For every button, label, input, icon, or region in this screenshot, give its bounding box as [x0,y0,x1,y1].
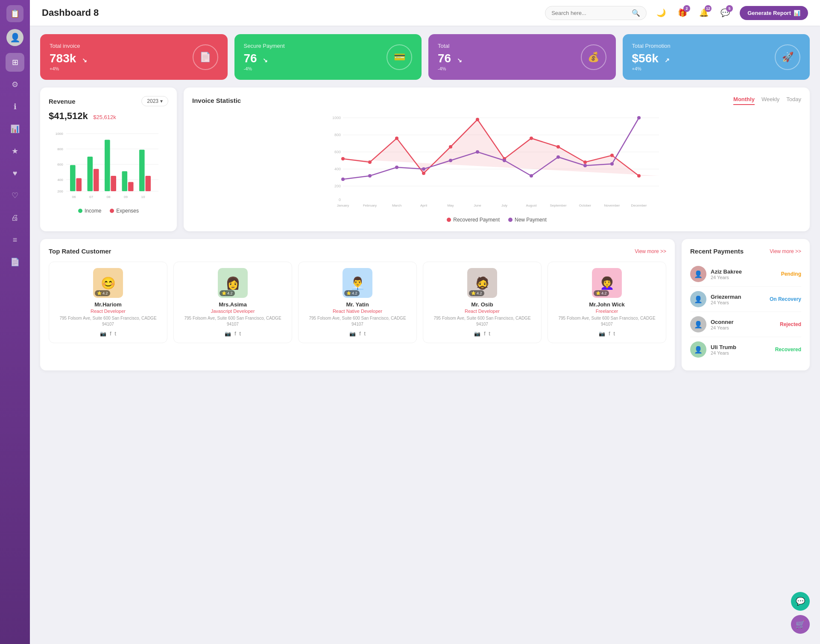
svg-text:600: 600 [334,150,341,154]
customer-address-1: 795 Folsom Ave, Suite 600 San Francisco,… [178,315,287,327]
tab-monthly[interactable]: Monthly [733,96,755,105]
sidebar-item-print[interactable]: 🖨 [6,208,24,227]
revenue-legend: Income Expenses [49,208,168,214]
payment-avatar-0: 👤 [690,266,706,282]
promo-change: +4% [632,66,671,71]
revenue-title: Revenue [49,98,76,105]
twitter-icon-4[interactable]: t [614,331,615,337]
svg-text:December: December [631,204,647,207]
stat-card-promotion: Total Promotion $56k ↗ +4% 🚀 [623,34,810,80]
svg-text:400: 400 [334,167,341,171]
promo-label: Total Promotion [632,43,671,49]
instagram-icon-3[interactable]: 📷 [474,331,480,337]
sidebar-item-heart[interactable]: ♥ [6,164,24,183]
invoice-change: +4% [50,66,87,71]
sidebar-item-info[interactable]: ℹ [6,97,24,116]
total-label: Total [438,43,462,49]
promo-trend-icon: ↗ [665,57,670,64]
instagram-icon-1[interactable]: 📷 [225,331,231,337]
main-content: Dashboard 8 🔍 🌙 🎁 2 🔔 12 💬 5 Generate R [30,0,820,644]
customer-address-4: 795 Folsom Ave, Suite 600 San Francisco,… [552,315,662,327]
tab-weekly[interactable]: Weekly [761,96,779,105]
payment-item-1: 👤 Griezerman 24 Years On Recovery [690,287,801,312]
theme-toggle-button[interactable]: 🌙 [653,5,669,20]
notification-badge: 12 [705,5,712,12]
total-change: -4% [438,66,462,71]
total-icon-circle: 💰 [581,44,606,70]
stat-card-text: Total invoice 783k ↘ +4% [50,43,87,71]
gift-button[interactable]: 🎁 2 [675,5,690,20]
svg-text:March: March [392,204,401,207]
avatar-icon: 👤 [10,32,20,43]
svg-text:200: 200 [334,184,341,188]
rating-badge-3: ⭐ 4.2 [469,290,484,296]
invoice-icon-circle: 📄 [193,44,218,70]
customer-avatar-3: 🧔 ⭐ 4.2 [467,268,497,298]
notification-button[interactable]: 🔔 12 [696,5,712,20]
twitter-icon-0[interactable]: t [115,331,116,337]
search-input[interactable] [551,10,628,16]
facebook-icon-2[interactable]: f [359,331,360,337]
sidebar-item-settings[interactable]: ⚙ [6,75,24,94]
instagram-icon-2[interactable]: 📷 [349,331,356,337]
svg-text:600: 600 [57,163,63,166]
svg-point-54 [476,150,479,154]
customers-view-more[interactable]: View more >> [635,248,666,254]
svg-point-53 [449,159,452,162]
twitter-icon-1[interactable]: t [240,331,241,337]
svg-marker-36 [343,119,659,176]
payments-card: Recent Payments View more >> 👤 Aziz Bakr… [682,239,810,370]
sidebar-item-chart[interactable]: 📊 [6,119,24,138]
payment-age-0: 24 Years [711,275,777,280]
facebook-icon-4[interactable]: f [609,331,610,337]
svg-text:August: August [526,204,537,207]
sidebar-logo[interactable]: 📋 [6,5,23,22]
customer-role-1: Javascript Developer [178,309,287,314]
chat-button[interactable]: 💬 5 [718,5,733,20]
search-box[interactable]: 🔍 [545,6,647,20]
payment-change: -4% [244,66,285,71]
facebook-icon-0[interactable]: f [110,331,111,337]
facebook-icon-1[interactable]: f [234,331,236,337]
customer-card-4: 👩‍🦱 ⭐ 4.2 Mr.John Wick Freelancer 795 Fo… [548,262,666,343]
payments-view-more[interactable]: View more >> [770,248,801,254]
support-float-button[interactable]: 💬 [791,592,810,611]
svg-rect-18 [139,150,145,191]
bar-chart-area: 1000 800 600 400 200 [49,126,168,204]
invoice-value: 783k ↘ [50,52,87,65]
svg-point-38 [368,160,372,164]
sidebar-item-doc[interactable]: 📄 [6,253,24,271]
sidebar-item-heart2[interactable]: ♡ [6,186,24,205]
user-avatar[interactable]: 👤 [6,29,23,46]
svg-text:1000: 1000 [56,132,63,136]
heart-icon: ♥ [13,169,18,178]
cart-float-button[interactable]: 🛒 [791,615,810,634]
payment-age-1: 24 Years [711,300,765,305]
svg-text:09: 09 [124,195,128,199]
gear-icon: ⚙ [12,80,18,89]
social-icons-0: 📷 f t [53,331,163,337]
customer-address-2: 795 Folsom Ave, Suite 600 San Francisco,… [303,315,412,327]
sidebar-item-star[interactable]: ★ [6,142,24,160]
payment-value: 76 ↘ [244,52,285,65]
new-payment-legend: New Payment [508,217,547,223]
payment-name-0: Aziz Bakree [711,268,777,275]
recovered-dot [447,218,451,222]
svg-rect-17 [128,182,134,191]
customer-address-0: 795 Folsom Ave, Suite 600 San Francisco,… [53,315,163,327]
instagram-icon-4[interactable]: 📷 [599,331,605,337]
twitter-icon-2[interactable]: t [364,331,366,337]
payment-avatar-3: 👤 [690,341,706,358]
sidebar-item-dashboard[interactable]: ⊞ [6,53,24,72]
twitter-icon-3[interactable]: t [489,331,490,337]
generate-report-button[interactable]: Generate Report 📊 [740,6,808,20]
year-select[interactable]: 2023 ▾ [141,96,168,106]
svg-point-55 [503,159,506,162]
sidebar-item-list[interactable]: ≡ [6,230,24,249]
tab-today[interactable]: Today [786,96,801,105]
payments-title: Recent Payments [690,248,744,255]
facebook-icon-3[interactable]: f [484,331,485,337]
svg-rect-16 [122,171,128,191]
stat-card-invoice: Total invoice 783k ↘ +4% 📄 [40,34,228,80]
instagram-icon-0[interactable]: 📷 [100,331,106,337]
